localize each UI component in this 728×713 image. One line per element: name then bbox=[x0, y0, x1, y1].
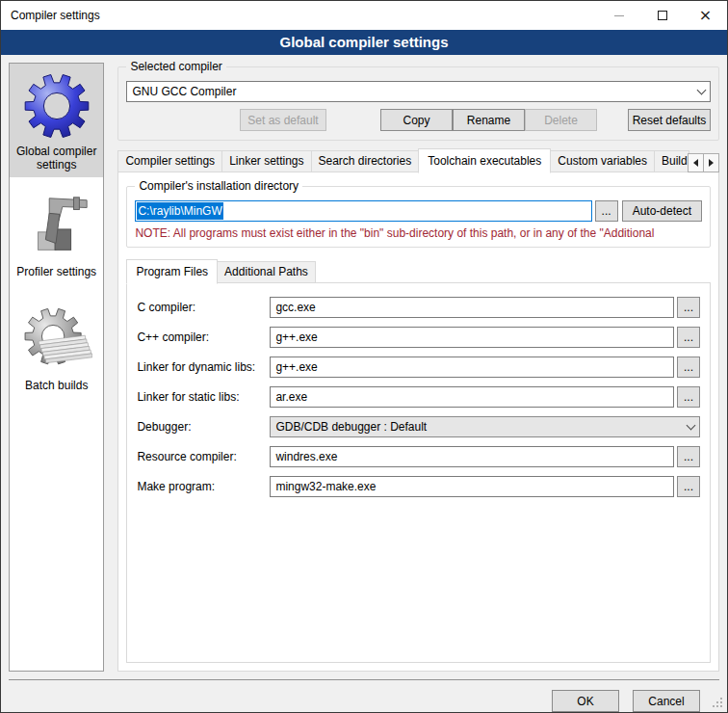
dialog-footer: OK Cancel bbox=[1, 672, 727, 712]
reset-defaults-button[interactable]: Reset defaults bbox=[628, 109, 711, 131]
field-label: C++ compiler: bbox=[137, 330, 270, 344]
program-files-page: C compiler: ... C++ compiler: ... bbox=[126, 282, 711, 663]
browse-resource-compiler-button[interactable]: ... bbox=[677, 446, 700, 467]
group-label: Selected compiler bbox=[126, 60, 225, 73]
gear-blue-icon bbox=[21, 70, 92, 142]
close-icon: × bbox=[699, 11, 712, 20]
dialog-body: Global compiler settings Profiler settin… bbox=[1, 55, 727, 672]
gear-stack-icon bbox=[21, 304, 92, 376]
dynamic-linker-input[interactable] bbox=[270, 356, 674, 378]
copy-button[interactable]: Copy bbox=[380, 109, 453, 131]
installation-directory-row: C:\raylib\MinGW ... Auto-detect bbox=[135, 200, 702, 222]
compiler-select[interactable]: GNU GCC Compiler bbox=[126, 81, 711, 102]
toolchain-executables-page: Compiler's installation directory C:\ray… bbox=[117, 172, 719, 672]
field-label: C compiler: bbox=[137, 301, 270, 314]
browse-dynamic-linker-button[interactable]: ... bbox=[677, 356, 700, 378]
arrow-left-icon bbox=[693, 159, 698, 167]
arrow-right-icon bbox=[709, 159, 714, 167]
close-button[interactable]: × bbox=[684, 1, 727, 30]
maximize-icon bbox=[658, 11, 667, 20]
tab-toolchain-executables[interactable]: Toolchain executables bbox=[418, 148, 551, 173]
program-files-tabbar: Program Files Additional Paths bbox=[126, 259, 711, 283]
installation-directory-input[interactable]: C:\raylib\MinGW bbox=[135, 200, 591, 222]
set-as-default-button[interactable]: Set as default bbox=[240, 109, 326, 131]
compiler-select-value: GNU GCC Compiler bbox=[132, 85, 698, 98]
sidebar-item-batch-builds[interactable]: Batch builds bbox=[10, 291, 103, 405]
title-bar: Compiler settings × bbox=[1, 1, 727, 30]
browse-c-compiler-button[interactable]: ... bbox=[677, 297, 700, 318]
tab-build-options[interactable]: Build options bbox=[654, 150, 689, 172]
selected-compiler-group: Selected compiler GNU GCC Compiler Set a… bbox=[117, 66, 719, 141]
field-row-static-linker: Linker for static libs: ... bbox=[137, 386, 700, 408]
compiler-settings-dialog: Compiler settings × Global compiler sett… bbox=[0, 0, 728, 713]
footer-buttons: OK Cancel bbox=[1, 680, 727, 712]
sidebar-item-label: Global compiler settings bbox=[12, 145, 101, 172]
tab-search-directories[interactable]: Search directories bbox=[311, 150, 420, 172]
minimize-button[interactable] bbox=[597, 1, 640, 30]
rename-button[interactable]: Rename bbox=[453, 109, 525, 131]
make-program-input[interactable] bbox=[270, 476, 674, 497]
auto-detect-button[interactable]: Auto-detect bbox=[622, 200, 702, 222]
sidebar-item-label: Batch builds bbox=[25, 379, 88, 392]
field-label: Make program: bbox=[137, 480, 270, 493]
field-row-c-compiler: C compiler: ... bbox=[137, 297, 700, 318]
chevron-down-icon bbox=[687, 420, 696, 430]
sidebar-item-label: Profiler settings bbox=[16, 265, 96, 278]
cancel-button[interactable]: Cancel bbox=[633, 690, 700, 712]
browse-static-linker-button[interactable]: ... bbox=[677, 386, 700, 408]
tab-custom-variables[interactable]: Custom variables bbox=[550, 150, 655, 172]
settings-tabbar: Compiler settings Linker settings Search… bbox=[117, 148, 719, 172]
debugger-select[interactable]: GDB/CDB debugger : Default bbox=[270, 416, 700, 437]
debugger-select-value: GDB/CDB debugger : Default bbox=[275, 420, 688, 434]
settings-category-list: Global compiler settings Profiler settin… bbox=[9, 63, 104, 672]
field-row-resource-compiler: Resource compiler: ... bbox=[137, 446, 700, 467]
tab-additional-paths[interactable]: Additional Paths bbox=[217, 261, 316, 283]
tab-program-files[interactable]: Program Files bbox=[126, 259, 218, 284]
caliper-icon bbox=[21, 191, 92, 262]
static-linker-input[interactable] bbox=[270, 386, 674, 408]
field-row-dynamic-linker: Linker for dynamic libs: ... bbox=[137, 356, 700, 378]
ok-button[interactable]: OK bbox=[552, 690, 619, 712]
field-row-debugger: Debugger: GDB/CDB debugger : Default bbox=[137, 416, 700, 437]
field-label: Resource compiler: bbox=[137, 450, 270, 463]
installation-directory-value: C:\raylib\MinGW bbox=[137, 202, 222, 220]
window-title: Compiler settings bbox=[1, 9, 597, 22]
sidebar-item-profiler-settings[interactable]: Profiler settings bbox=[10, 177, 103, 291]
group-label: Compiler's installation directory bbox=[135, 179, 302, 193]
field-label: Linker for static libs: bbox=[137, 390, 270, 404]
browse-directory-button[interactable]: ... bbox=[595, 200, 618, 222]
main-panel: Selected compiler GNU GCC Compiler Set a… bbox=[117, 63, 719, 672]
tab-scroll-arrows bbox=[689, 153, 719, 172]
compiler-buttons-row: Set as default Copy Rename Delete Reset … bbox=[126, 109, 711, 131]
field-label: Linker for dynamic libs: bbox=[137, 360, 270, 374]
chevron-down-icon bbox=[697, 85, 707, 94]
maximize-button[interactable] bbox=[640, 1, 684, 30]
resize-grip[interactable] bbox=[720, 705, 722, 707]
minimize-icon bbox=[614, 15, 624, 16]
note-text: NOTE: All programs must exist either in … bbox=[135, 226, 702, 240]
installation-directory-group: Compiler's installation directory C:\ray… bbox=[126, 186, 711, 248]
field-row-cpp-compiler: C++ compiler: ... bbox=[137, 327, 700, 348]
tab-scroll-right-button[interactable] bbox=[703, 153, 719, 172]
browse-cpp-compiler-button[interactable]: ... bbox=[677, 327, 700, 348]
page-title: Global compiler settings bbox=[1, 30, 727, 55]
field-row-make-program: Make program: ... bbox=[137, 476, 700, 497]
tab-linker-settings[interactable]: Linker settings bbox=[221, 150, 311, 172]
sidebar-item-global-compiler-settings[interactable]: Global compiler settings bbox=[10, 64, 103, 177]
field-label: Debugger: bbox=[137, 420, 270, 434]
c-compiler-input[interactable] bbox=[270, 297, 674, 318]
tab-scroll-left-button[interactable] bbox=[688, 153, 704, 172]
resource-compiler-input[interactable] bbox=[270, 446, 674, 467]
cpp-compiler-input[interactable] bbox=[270, 327, 674, 348]
browse-make-program-button[interactable]: ... bbox=[677, 476, 700, 497]
delete-button[interactable]: Delete bbox=[525, 109, 597, 131]
tab-compiler-settings[interactable]: Compiler settings bbox=[117, 150, 222, 172]
